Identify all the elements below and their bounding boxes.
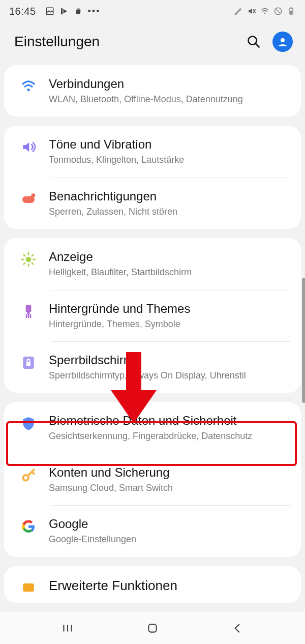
- svg-line-22: [32, 255, 34, 256]
- nav-recents-button[interactable]: [57, 618, 78, 638]
- svg-rect-8: [290, 11, 292, 14]
- svg-point-14: [31, 193, 35, 197]
- shield-icon: [14, 413, 43, 431]
- item-subtitle: Gesichtserkennung, Fingerabdrücke, Daten…: [49, 430, 289, 442]
- search-button[interactable]: [246, 34, 261, 49]
- nav-home-button[interactable]: [142, 618, 163, 638]
- person-icon: [277, 36, 289, 48]
- search-icon: [247, 35, 261, 49]
- item-title: Hintergründe und Themes: [49, 301, 289, 316]
- status-clock: 16:45: [9, 6, 36, 17]
- svg-rect-34: [23, 583, 34, 592]
- settings-group: Töne und Vibration Tonmodus, Klingelton,…: [4, 126, 301, 229]
- playstore-icon: [59, 7, 69, 16]
- svg-point-3: [264, 13, 265, 14]
- themes-icon: [14, 301, 43, 319]
- item-title: Konten und Sicherung: [49, 465, 289, 480]
- edit-icon: [234, 7, 243, 16]
- settings-item-accounts[interactable]: Konten und Sicherung Samsung Cloud, Smar…: [4, 454, 301, 505]
- svg-rect-30: [26, 362, 30, 366]
- item-title: Sperrbildschirm: [49, 353, 289, 368]
- item-title: Erweiterte Funktionen: [49, 577, 289, 594]
- battery-icon: [287, 7, 296, 16]
- more-icon: •••: [88, 6, 101, 17]
- settings-item-biometrics[interactable]: Biometrische Daten und Sicherheit Gesich…: [4, 402, 301, 453]
- wifi-icon: [260, 7, 269, 16]
- item-title: Töne und Vibration: [49, 137, 289, 152]
- recents-icon: [61, 622, 74, 635]
- svg-rect-7: [291, 8, 292, 9]
- settings-item-display[interactable]: Anzeige Helligkeit, Blaufilter, Startbil…: [4, 238, 301, 289]
- shop-icon: [74, 7, 83, 16]
- advanced-icon: [14, 577, 43, 596]
- svg-line-21: [32, 263, 34, 265]
- item-subtitle: Samsung Cloud, Smart Switch: [49, 482, 289, 494]
- mute-icon: [247, 7, 256, 16]
- svg-line-23: [24, 263, 25, 265]
- item-title: Biometrische Daten und Sicherheit: [49, 413, 289, 428]
- svg-line-10: [256, 44, 259, 47]
- settings-item-google[interactable]: Google Google-Einstellungen: [4, 505, 301, 557]
- item-subtitle: Tonmodus, Klingelton, Lautstärke: [49, 154, 289, 166]
- svg-rect-24: [26, 305, 32, 312]
- item-subtitle: Sperren, Zulassen, Nicht stören: [49, 206, 289, 218]
- svg-line-20: [24, 255, 25, 256]
- settings-group: Biometrische Daten und Sicherheit Gesich…: [4, 402, 301, 557]
- brightness-icon: [14, 249, 43, 268]
- settings-header: Einstellungen: [0, 22, 305, 65]
- settings-group: Anzeige Helligkeit, Blaufilter, Startbil…: [4, 238, 301, 393]
- settings-item-sound[interactable]: Töne und Vibration Tonmodus, Klingelton,…: [4, 126, 301, 177]
- settings-group: Verbindungen WLAN, Bluetooth, Offline-Mo…: [4, 65, 301, 116]
- wifi-icon: [14, 76, 43, 95]
- settings-item-advanced[interactable]: Erweiterte Funktionen: [4, 566, 301, 603]
- nav-back-button[interactable]: [227, 618, 248, 638]
- sound-icon: [14, 137, 43, 155]
- settings-group: Erweiterte Funktionen: [4, 566, 301, 603]
- item-subtitle: Google-Einstellungen: [49, 534, 289, 545]
- svg-point-15: [26, 257, 32, 262]
- page-title: Einstellungen: [14, 34, 100, 50]
- svg-rect-25: [27, 312, 29, 314]
- scroll-indicator[interactable]: [302, 278, 305, 403]
- status-bar: 16:45 •••: [0, 0, 305, 22]
- svg-rect-39: [148, 624, 156, 632]
- item-subtitle: WLAN, Bluetooth, Offline-Modus, Datennut…: [49, 94, 289, 105]
- settings-item-connections[interactable]: Verbindungen WLAN, Bluetooth, Offline-Mo…: [4, 65, 301, 116]
- account-avatar[interactable]: [272, 32, 293, 52]
- item-subtitle: Helligkeit, Blaufilter, Startbildschirm: [49, 267, 289, 278]
- svg-line-5: [276, 9, 281, 14]
- no-signal-icon: [273, 7, 283, 16]
- gallery-icon: [45, 7, 54, 16]
- item-title: Benachrichtigungen: [49, 189, 289, 204]
- item-title: Google: [49, 516, 289, 532]
- item-title: Verbindungen: [49, 76, 289, 92]
- settings-item-themes[interactable]: Hintergründe und Themes Hintergründe, Th…: [4, 290, 301, 341]
- lock-icon: [14, 353, 43, 371]
- svg-point-11: [281, 38, 285, 42]
- svg-line-33: [32, 472, 34, 474]
- home-icon: [146, 622, 159, 635]
- google-icon: [14, 516, 43, 535]
- svg-point-12: [27, 89, 29, 91]
- item-title: Anzeige: [49, 249, 289, 265]
- key-icon: [14, 465, 43, 483]
- nav-bar: [0, 611, 305, 644]
- settings-item-lockscreen[interactable]: Sperrbildschirm Sperrbildschirmtyp, Alwa…: [4, 341, 301, 393]
- notification-icon: [14, 189, 43, 207]
- item-subtitle: Hintergründe, Themes, Symbole: [49, 318, 289, 330]
- back-icon: [231, 622, 244, 635]
- item-subtitle: Sperrbildschirmtyp, Always On Display, U…: [49, 370, 289, 382]
- settings-item-notifications[interactable]: Benachrichtigungen Sperren, Zulassen, Ni…: [4, 178, 301, 229]
